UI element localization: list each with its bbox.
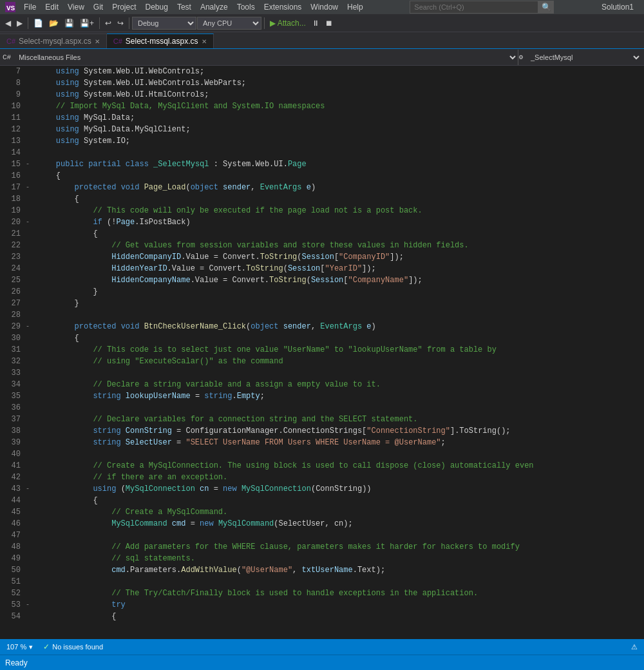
collapse-btn[interactable] [26, 228, 35, 240]
code-content: // Add parameters for the WHERE clause, … [35, 541, 644, 553]
pause-button[interactable]: ⏸ [309, 17, 322, 29]
tab-select-mysql[interactable]: C# Select-mysql.aspx.cs ✕ [0, 34, 107, 48]
collapse-btn[interactable]: - [26, 182, 35, 193]
collapse-btn[interactable] [26, 402, 35, 414]
table-row: 19 // This code will only be executed if… [0, 205, 644, 216]
file-location-dropdown[interactable]: Miscellaneous Files [14, 50, 518, 65]
collapse-btn[interactable] [26, 124, 35, 135]
code-editor[interactable]: 7 using System.Web.UI.WebControls; 8 usi… [0, 66, 644, 639]
menu-file[interactable]: File [19, 1, 41, 13]
collapse-btn[interactable] [26, 472, 35, 483]
collapse-btn[interactable] [26, 611, 35, 622]
collapse-btn[interactable] [26, 588, 35, 599]
svg-text:VS: VS [6, 5, 15, 12]
collapse-btn[interactable] [26, 193, 35, 205]
collapse-btn[interactable]: - [26, 321, 35, 332]
save-button[interactable]: 💾 [62, 17, 77, 29]
collapse-btn[interactable] [26, 66, 35, 77]
table-row: 51 [0, 576, 644, 588]
menu-project[interactable]: Project [108, 1, 140, 13]
collapse-btn[interactable] [26, 205, 35, 216]
collapse-btn[interactable] [26, 112, 35, 124]
menu-debug[interactable]: Debug [141, 1, 173, 13]
collapse-btn[interactable] [26, 298, 35, 309]
collapse-btn[interactable] [26, 100, 35, 112]
search-button[interactable]: 🔍 [538, 1, 554, 14]
collapse-btn[interactable]: - [26, 216, 35, 228]
collapse-btn[interactable] [26, 147, 35, 158]
menu-tools[interactable]: Tools [232, 1, 260, 13]
tab-close-2[interactable]: ✕ [202, 38, 207, 45]
tab-bar: C# Select-mysql.aspx.cs ✕ C# Select-mssq… [0, 32, 644, 49]
stop-button[interactable]: ⏹ [323, 17, 336, 29]
collapse-btn[interactable] [26, 309, 35, 321]
collapse-btn[interactable] [26, 332, 35, 344]
menu-extensions[interactable]: Extensions [260, 1, 307, 13]
collapse-btn[interactable] [26, 414, 35, 425]
collapse-btn[interactable] [26, 460, 35, 472]
attach-button[interactable]: ▶ Attach... [267, 17, 308, 29]
collapse-btn[interactable] [26, 240, 35, 251]
collapse-btn[interactable] [26, 564, 35, 576]
collapse-btn[interactable] [26, 530, 35, 541]
open-file-button[interactable]: 📂 [46, 17, 61, 29]
collapse-btn[interactable] [26, 425, 35, 437]
forward-button[interactable]: ▶ [14, 17, 25, 29]
menu-test[interactable]: Test [173, 1, 196, 13]
collapse-btn[interactable] [26, 506, 35, 518]
table-row: 27 } [0, 298, 644, 309]
error-list-icon[interactable]: ⚠ [631, 643, 638, 651]
menu-git[interactable]: Git [89, 1, 108, 13]
tab-select-mssql[interactable]: C# Select-mssql.aspx.cs ✕ [107, 34, 214, 48]
member-dropdown[interactable]: _SelectMysql [526, 50, 641, 65]
collapse-btn[interactable] [26, 170, 35, 182]
collapse-btn[interactable]: - [26, 483, 35, 495]
collapse-btn[interactable] [26, 263, 35, 274]
issues-indicator[interactable]: ✓ No issues found [43, 642, 103, 651]
collapse-btn[interactable] [26, 274, 35, 286]
collapse-btn[interactable] [26, 89, 35, 100]
collapse-btn[interactable] [26, 541, 35, 553]
collapse-btn[interactable] [26, 135, 35, 147]
menu-view[interactable]: View [63, 1, 89, 13]
redo-button[interactable]: ↪ [115, 17, 126, 29]
collapse-btn[interactable] [26, 356, 35, 367]
save-all-button[interactable]: 💾+ [77, 17, 97, 29]
code-content [35, 309, 644, 321]
collapse-btn[interactable]: - [26, 158, 35, 170]
zoom-dropdown-icon: ▾ [29, 643, 33, 651]
line-number: 44 [0, 495, 26, 506]
table-row: 54 { [0, 611, 644, 622]
collapse-btn[interactable] [26, 251, 35, 263]
collapse-btn[interactable] [26, 344, 35, 356]
menu-window[interactable]: Window [306, 1, 343, 13]
collapse-btn[interactable] [26, 77, 35, 89]
menu-help[interactable]: Help [343, 1, 368, 13]
code-content: HiddenCompanyName.Value = Convert.ToStri… [35, 274, 644, 286]
collapse-btn[interactable] [26, 553, 35, 564]
table-row: 30 { [0, 332, 644, 344]
platform-dropdown[interactable]: Any CPU [197, 17, 261, 30]
undo-button[interactable]: ↩ [102, 17, 114, 29]
table-row: 15 - public partial class _SelectMysql :… [0, 158, 644, 170]
line-number: 37 [0, 414, 26, 425]
collapse-btn[interactable] [26, 495, 35, 506]
menu-analyze[interactable]: Analyze [196, 1, 232, 13]
collapse-btn[interactable]: - [26, 599, 35, 611]
new-file-button[interactable]: 📄 [31, 17, 46, 29]
tab-close-1[interactable]: ✕ [95, 38, 100, 45]
line-number: 23 [0, 251, 26, 263]
collapse-btn[interactable] [26, 576, 35, 588]
collapse-btn[interactable] [26, 286, 35, 298]
collapse-btn[interactable] [26, 518, 35, 530]
collapse-btn[interactable] [26, 379, 35, 390]
collapse-btn[interactable] [26, 448, 35, 460]
collapse-btn[interactable] [26, 390, 35, 402]
collapse-btn[interactable] [26, 367, 35, 379]
global-search-input[interactable] [410, 1, 538, 14]
back-button[interactable]: ◀ [3, 17, 14, 29]
config-dropdown[interactable]: Debug [132, 17, 196, 30]
menu-edit[interactable]: Edit [41, 1, 63, 13]
collapse-btn[interactable] [26, 437, 35, 448]
zoom-level[interactable]: 107 % ▾ [6, 643, 33, 651]
